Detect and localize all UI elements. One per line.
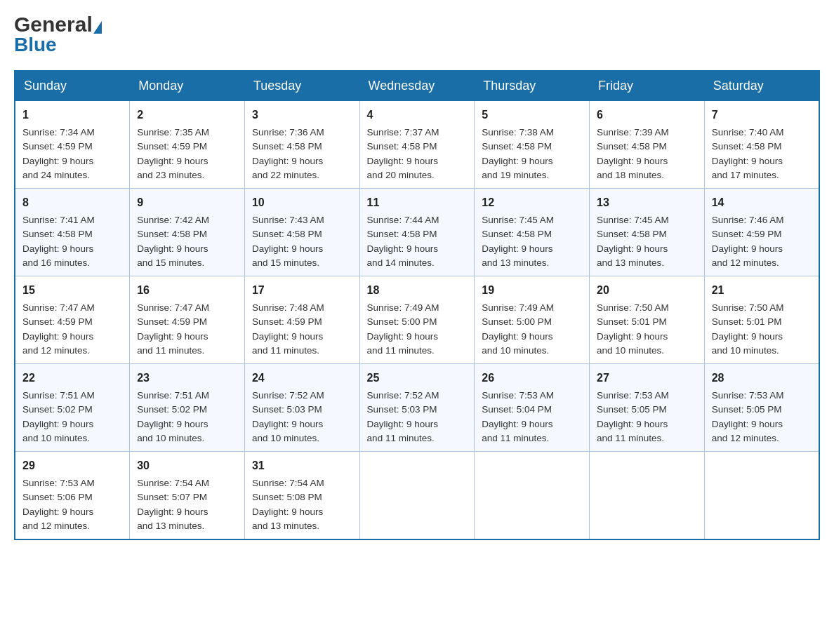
week-row-1: 1 Sunrise: 7:34 AMSunset: 4:59 PMDayligh… — [15, 101, 819, 189]
day-info: Sunrise: 7:35 AMSunset: 4:59 PMDaylight:… — [137, 127, 209, 180]
day-number: 17 — [252, 282, 352, 299]
day-number: 10 — [252, 194, 352, 211]
calendar-cell — [704, 452, 819, 540]
day-number: 27 — [597, 370, 697, 387]
day-info: Sunrise: 7:50 AMSunset: 5:01 PMDaylight:… — [712, 302, 784, 356]
calendar-cell: 10 Sunrise: 7:43 AMSunset: 4:58 PMDaylig… — [244, 189, 359, 276]
calendar-cell: 27 Sunrise: 7:53 AMSunset: 5:05 PMDaylig… — [590, 364, 705, 452]
day-number: 2 — [137, 107, 237, 123]
calendar-cell: 19 Sunrise: 7:49 AMSunset: 5:00 PMDaylig… — [475, 276, 590, 364]
weekday-header-friday: Friday — [590, 71, 705, 101]
day-info: Sunrise: 7:49 AMSunset: 5:00 PMDaylight:… — [482, 302, 554, 356]
calendar-cell: 11 Sunrise: 7:44 AMSunset: 4:58 PMDaylig… — [359, 189, 475, 276]
calendar-cell: 3 Sunrise: 7:36 AMSunset: 4:58 PMDayligh… — [244, 101, 359, 189]
calendar-cell: 8 Sunrise: 7:41 AMSunset: 4:58 PMDayligh… — [15, 189, 130, 276]
calendar-cell: 18 Sunrise: 7:49 AMSunset: 5:00 PMDaylig… — [359, 276, 475, 364]
day-number: 4 — [367, 107, 468, 123]
day-number: 8 — [22, 194, 122, 211]
day-number: 23 — [137, 370, 237, 387]
day-info: Sunrise: 7:45 AMSunset: 4:58 PMDaylight:… — [482, 215, 554, 268]
day-number: 30 — [137, 457, 237, 474]
day-info: Sunrise: 7:39 AMSunset: 4:58 PMDaylight:… — [597, 127, 669, 180]
day-number: 16 — [137, 282, 237, 299]
day-info: Sunrise: 7:46 AMSunset: 4:59 PMDaylight:… — [712, 215, 784, 268]
calendar-cell: 6 Sunrise: 7:39 AMSunset: 4:58 PMDayligh… — [590, 101, 705, 189]
calendar-cell: 7 Sunrise: 7:40 AMSunset: 4:58 PMDayligh… — [704, 101, 819, 189]
calendar-cell: 31 Sunrise: 7:54 AMSunset: 5:08 PMDaylig… — [244, 452, 359, 540]
weekday-header-saturday: Saturday — [704, 71, 819, 101]
calendar-cell: 24 Sunrise: 7:52 AMSunset: 5:03 PMDaylig… — [244, 364, 359, 452]
weekday-header-tuesday: Tuesday — [244, 71, 359, 101]
day-info: Sunrise: 7:47 AMSunset: 4:59 PMDaylight:… — [22, 302, 95, 356]
calendar-cell: 22 Sunrise: 7:51 AMSunset: 5:02 PMDaylig… — [15, 364, 130, 452]
day-info: Sunrise: 7:51 AMSunset: 5:02 PMDaylight:… — [22, 390, 95, 443]
day-number: 6 — [597, 107, 697, 123]
logo-arrow-icon — [93, 21, 102, 34]
week-row-4: 22 Sunrise: 7:51 AMSunset: 5:02 PMDaylig… — [15, 364, 819, 452]
weekday-header-thursday: Thursday — [475, 71, 590, 101]
calendar-cell: 17 Sunrise: 7:48 AMSunset: 4:59 PMDaylig… — [244, 276, 359, 364]
calendar-cell: 25 Sunrise: 7:52 AMSunset: 5:03 PMDaylig… — [359, 364, 475, 452]
calendar-cell: 1 Sunrise: 7:34 AMSunset: 4:59 PMDayligh… — [15, 101, 130, 189]
page-header: General Blue — [14, 14, 820, 56]
calendar-cell: 4 Sunrise: 7:37 AMSunset: 4:58 PMDayligh… — [359, 101, 475, 189]
day-info: Sunrise: 7:43 AMSunset: 4:58 PMDaylight:… — [252, 215, 324, 268]
day-number: 9 — [137, 194, 237, 211]
day-info: Sunrise: 7:53 AMSunset: 5:05 PMDaylight:… — [597, 390, 669, 443]
calendar-cell: 30 Sunrise: 7:54 AMSunset: 5:07 PMDaylig… — [130, 452, 245, 540]
calendar-cell — [590, 452, 705, 540]
day-info: Sunrise: 7:54 AMSunset: 5:07 PMDaylight:… — [137, 478, 209, 531]
day-info: Sunrise: 7:54 AMSunset: 5:08 PMDaylight:… — [252, 478, 324, 531]
day-number: 28 — [712, 370, 812, 387]
day-number: 25 — [367, 370, 468, 387]
day-number: 12 — [482, 194, 582, 211]
day-number: 15 — [22, 282, 122, 299]
logo-general-text: General — [14, 14, 93, 35]
week-row-2: 8 Sunrise: 7:41 AMSunset: 4:58 PMDayligh… — [15, 189, 819, 276]
day-number: 24 — [252, 370, 352, 387]
calendar-cell: 12 Sunrise: 7:45 AMSunset: 4:58 PMDaylig… — [475, 189, 590, 276]
day-number: 11 — [367, 194, 468, 211]
day-info: Sunrise: 7:51 AMSunset: 5:02 PMDaylight:… — [137, 390, 209, 443]
week-row-3: 15 Sunrise: 7:47 AMSunset: 4:59 PMDaylig… — [15, 276, 819, 364]
calendar-cell: 16 Sunrise: 7:47 AMSunset: 4:59 PMDaylig… — [130, 276, 245, 364]
day-number: 19 — [482, 282, 582, 299]
day-number: 31 — [252, 457, 352, 474]
day-info: Sunrise: 7:42 AMSunset: 4:58 PMDaylight:… — [137, 215, 209, 268]
day-info: Sunrise: 7:34 AMSunset: 4:59 PMDaylight:… — [22, 127, 95, 180]
day-number: 5 — [482, 107, 582, 123]
weekday-header-row: SundayMondayTuesdayWednesdayThursdayFrid… — [15, 71, 819, 101]
day-info: Sunrise: 7:52 AMSunset: 5:03 PMDaylight:… — [367, 390, 439, 443]
day-info: Sunrise: 7:44 AMSunset: 4:58 PMDaylight:… — [367, 215, 439, 268]
week-row-5: 29 Sunrise: 7:53 AMSunset: 5:06 PMDaylig… — [15, 452, 819, 540]
day-number: 18 — [367, 282, 468, 299]
day-info: Sunrise: 7:49 AMSunset: 5:00 PMDaylight:… — [367, 302, 439, 356]
day-info: Sunrise: 7:36 AMSunset: 4:58 PMDaylight:… — [252, 127, 324, 180]
weekday-header-monday: Monday — [130, 71, 245, 101]
day-number: 26 — [482, 370, 582, 387]
day-info: Sunrise: 7:52 AMSunset: 5:03 PMDaylight:… — [252, 390, 324, 443]
day-info: Sunrise: 7:45 AMSunset: 4:58 PMDaylight:… — [597, 215, 669, 268]
day-number: 1 — [22, 107, 122, 123]
day-info: Sunrise: 7:40 AMSunset: 4:58 PMDaylight:… — [712, 127, 784, 180]
calendar-table: SundayMondayTuesdayWednesdayThursdayFrid… — [14, 70, 820, 540]
day-info: Sunrise: 7:53 AMSunset: 5:05 PMDaylight:… — [712, 390, 784, 443]
day-info: Sunrise: 7:53 AMSunset: 5:06 PMDaylight:… — [22, 478, 95, 531]
calendar-cell — [475, 452, 590, 540]
day-number: 29 — [22, 457, 122, 474]
calendar-cell: 28 Sunrise: 7:53 AMSunset: 5:05 PMDaylig… — [704, 364, 819, 452]
logo-blue-text: Blue — [14, 34, 57, 56]
weekday-header-sunday: Sunday — [15, 71, 130, 101]
day-info: Sunrise: 7:48 AMSunset: 4:59 PMDaylight:… — [252, 302, 324, 356]
weekday-header-wednesday: Wednesday — [359, 71, 475, 101]
calendar-cell: 20 Sunrise: 7:50 AMSunset: 5:01 PMDaylig… — [590, 276, 705, 364]
calendar-cell: 26 Sunrise: 7:53 AMSunset: 5:04 PMDaylig… — [475, 364, 590, 452]
calendar-cell: 14 Sunrise: 7:46 AMSunset: 4:59 PMDaylig… — [704, 189, 819, 276]
day-number: 7 — [712, 107, 812, 123]
day-info: Sunrise: 7:47 AMSunset: 4:59 PMDaylight:… — [137, 302, 209, 356]
day-number: 13 — [597, 194, 697, 211]
day-info: Sunrise: 7:53 AMSunset: 5:04 PMDaylight:… — [482, 390, 554, 443]
calendar-cell: 29 Sunrise: 7:53 AMSunset: 5:06 PMDaylig… — [15, 452, 130, 540]
day-info: Sunrise: 7:41 AMSunset: 4:58 PMDaylight:… — [22, 215, 95, 268]
logo: General Blue — [14, 14, 102, 56]
